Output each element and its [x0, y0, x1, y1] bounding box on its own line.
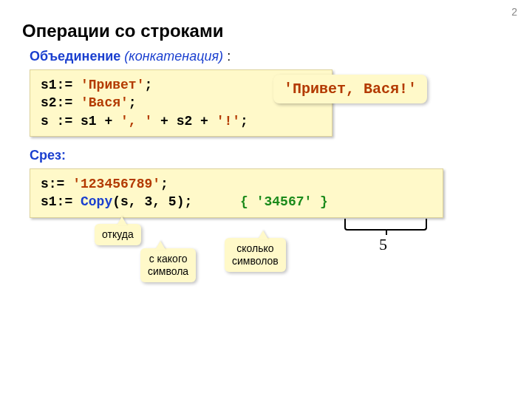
concat-label: Объединение	[30, 49, 120, 64]
concat-result-bubble: 'Привет, Вася!'	[273, 75, 427, 103]
callout-tail-icon	[258, 231, 268, 239]
callout-tail-icon	[117, 216, 127, 225]
callout-tail-icon	[155, 241, 166, 250]
code-block-slice: s:= '123456789'; s1:= Copy(s, 3, 5); { '…	[30, 168, 443, 218]
page-number: 2	[511, 6, 517, 18]
callout-start-char: с какого символа	[140, 248, 196, 282]
callout-count: сколько символов	[225, 238, 286, 272]
bracket-icon	[344, 219, 427, 231]
section-slice-heading: Срез:	[30, 148, 66, 163]
concat-colon: :	[223, 49, 231, 64]
callout-text: с какого символа	[148, 253, 188, 277]
bracket-value: 5	[379, 235, 387, 254]
concat-italic: (конкатенация)	[124, 49, 223, 64]
page-title: Операции со строками	[22, 21, 223, 41]
code-line: s2:= 'Вася';	[41, 95, 137, 110]
code-line: s1:= s1:= 'Привет';'Привет';	[41, 78, 152, 92]
code-line: s1:= Copy(s, 3, 5); { '34567' }	[41, 194, 328, 209]
callout-text: сколько символов	[232, 242, 279, 267]
section-concat-heading: Объединение (конкатенация) :	[30, 49, 231, 64]
callout-text: откуда	[102, 228, 134, 240]
code-line: s:= '123456789';	[41, 177, 168, 191]
callout-from: откуда	[95, 224, 141, 245]
code-line: s := s1 + ', ' + s2 + '!';	[41, 114, 248, 129]
